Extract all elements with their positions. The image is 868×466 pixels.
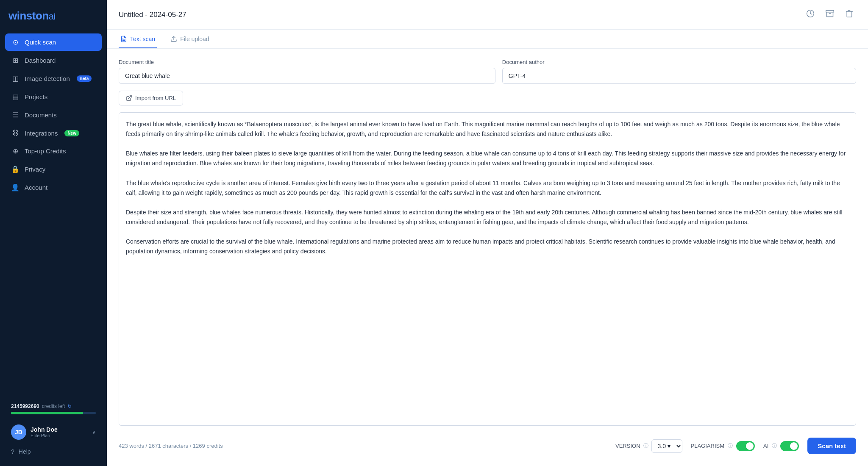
plagiarism-info-icon[interactable]: ⓘ <box>728 442 733 449</box>
plagiarism-label: PLAGIARISM <box>691 443 724 449</box>
help-label: Help <box>19 448 31 455</box>
beta-badge: Beta <box>77 75 92 82</box>
logo-text: winston <box>8 9 49 22</box>
sidebar-item-topup[interactable]: ⊕ Top-up Credits <box>5 142 102 160</box>
svg-line-6 <box>128 96 131 99</box>
refresh-icon[interactable]: ↻ <box>67 403 72 409</box>
credits-section: 2145992690 credits left ↻ <box>5 399 102 418</box>
sidebar-item-image-detection[interactable]: ◫ Image detection Beta <box>5 70 102 87</box>
doc-title-input[interactable] <box>119 68 495 84</box>
plagiarism-toggle[interactable] <box>736 441 755 451</box>
user-name: John Doe <box>31 426 88 433</box>
version-select[interactable]: 3.0 ▾ 2.0 1.0 <box>651 439 682 453</box>
sidebar: winstonai ⊙ Quick scan ⊞ Dashboard ◫ Ima… <box>0 0 107 466</box>
import-url-button[interactable]: Import from URL <box>119 91 183 105</box>
ai-toggle[interactable] <box>780 441 799 451</box>
credits-bar-fill <box>11 412 83 414</box>
main-content: Untitled - 2024-05-27 Text scan File upl… <box>107 0 868 466</box>
sidebar-item-label: Dashboard <box>25 57 56 64</box>
plagiarism-toggle-control: PLAGIARISM ⓘ <box>691 441 755 451</box>
version-label: VERSION <box>615 443 640 449</box>
import-url-label: Import from URL <box>135 95 176 101</box>
scan-btn-label: Scan text <box>818 442 846 449</box>
credits-text: 2145992690 credits left ↻ <box>11 403 96 409</box>
quick-scan-icon: ⊙ <box>11 38 19 46</box>
sidebar-item-label: Documents <box>25 111 57 119</box>
sidebar-item-quick-scan[interactable]: ⊙ Quick scan <box>5 33 102 51</box>
sidebar-item-label: Account <box>25 184 47 191</box>
sidebar-nav: ⊙ Quick scan ⊞ Dashboard ◫ Image detecti… <box>0 30 107 393</box>
sidebar-item-label: Quick scan <box>25 39 56 46</box>
doc-author-group: Document author <box>502 59 856 84</box>
svg-rect-1 <box>826 11 834 12</box>
ai-toggle-control: AI ⓘ <box>763 441 799 451</box>
header-actions <box>804 8 856 22</box>
logo-ai: ai <box>49 11 56 22</box>
form-row-titles: Document title Document author <box>119 59 856 84</box>
account-icon: 👤 <box>11 183 19 191</box>
sidebar-item-label: Image detection <box>25 75 70 82</box>
projects-icon: ▤ <box>11 93 19 101</box>
doc-title-label: Document title <box>119 59 495 65</box>
credits-amount: 2145992690 <box>11 403 39 409</box>
integrations-icon: ⛓ <box>11 129 19 137</box>
new-badge: New <box>64 130 79 136</box>
logo: winstonai <box>0 0 107 30</box>
document-textarea[interactable] <box>119 113 856 257</box>
tab-file-upload-label: File upload <box>180 36 209 42</box>
sidebar-item-integrations[interactable]: ⛓ Integrations New <box>5 125 102 141</box>
scan-footer: 423 words / 2671 characters / 1269 credi… <box>119 433 856 456</box>
image-detection-icon: ◫ <box>11 75 19 83</box>
ai-info-icon[interactable]: ⓘ <box>772 442 777 449</box>
ai-label: AI <box>763 443 768 449</box>
chevron-down-icon: ∨ <box>92 429 96 435</box>
main-header: Untitled - 2024-05-27 <box>107 0 868 30</box>
sidebar-item-projects[interactable]: ▤ Projects <box>5 88 102 105</box>
credits-label: credits left <box>42 403 65 409</box>
user-info: John Doe Elite Plan <box>31 426 88 438</box>
doc-author-input[interactable] <box>502 68 856 84</box>
user-section[interactable]: JD John Doe Elite Plan ∨ <box>5 420 102 444</box>
document-title: Untitled - 2024-05-27 <box>119 11 186 19</box>
text-area-wrapper <box>119 112 856 426</box>
scan-controls: VERSION ⓘ 3.0 ▾ 2.0 1.0 PLAGIARISM ⓘ <box>615 438 856 454</box>
version-control: VERSION ⓘ 3.0 ▾ 2.0 1.0 <box>615 439 682 453</box>
privacy-icon: 🔒 <box>11 165 19 173</box>
sidebar-item-account[interactable]: 👤 Account <box>5 179 102 196</box>
version-info-icon[interactable]: ⓘ <box>643 442 648 449</box>
doc-author-label: Document author <box>502 59 856 65</box>
sidebar-item-label: Top-up Credits <box>25 147 66 155</box>
sidebar-item-label: Projects <box>25 93 47 100</box>
tab-text-scan[interactable]: Text scan <box>119 30 157 48</box>
delete-icon-button[interactable] <box>843 8 856 22</box>
topup-icon: ⊕ <box>11 147 19 155</box>
sidebar-bottom: 2145992690 credits left ↻ JD John Doe El… <box>0 393 107 466</box>
sidebar-item-label: Integrations <box>25 130 58 137</box>
sidebar-item-dashboard[interactable]: ⊞ Dashboard <box>5 52 102 69</box>
avatar: JD <box>11 424 26 440</box>
sidebar-item-documents[interactable]: ☰ Documents <box>5 106 102 124</box>
scan-text-button[interactable]: Scan text <box>807 438 856 454</box>
content-area: Document title Document author Import fr… <box>107 49 868 466</box>
tab-file-upload[interactable]: File upload <box>169 30 211 48</box>
tab-text-scan-label: Text scan <box>130 36 155 42</box>
sidebar-item-label: Privacy <box>25 166 45 173</box>
help-icon: ? <box>11 448 14 455</box>
user-plan: Elite Plan <box>31 433 88 438</box>
credits-bar <box>11 412 96 414</box>
archive-icon-button[interactable] <box>823 8 837 22</box>
documents-icon: ☰ <box>11 111 19 119</box>
tabs-bar: Text scan File upload <box>107 30 868 49</box>
dashboard-icon: ⊞ <box>11 56 19 64</box>
word-count: 423 words / 2671 characters / 1269 credi… <box>119 443 223 449</box>
clock-icon-button[interactable] <box>804 8 817 22</box>
sidebar-item-help[interactable]: ? Help <box>5 444 102 459</box>
doc-title-group: Document title <box>119 59 495 84</box>
sidebar-item-privacy[interactable]: 🔒 Privacy <box>5 161 102 178</box>
